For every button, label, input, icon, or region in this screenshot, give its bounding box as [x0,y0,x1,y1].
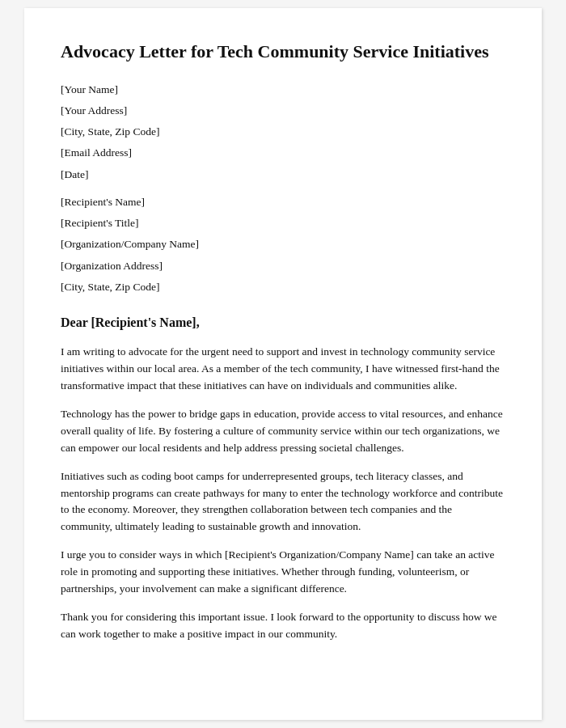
recipient-organization: [Organization/Company Name] [61,236,505,252]
recipient-name: [Recipient's Name] [61,194,505,210]
page-container: Advocacy Letter for Tech Community Servi… [0,0,566,728]
sender-name: [Your Name] [61,82,505,98]
sender-date: [Date] [61,167,505,183]
letter-paper: Advocacy Letter for Tech Community Servi… [24,8,542,720]
sender-address: [Your Address] [61,103,505,119]
sender-city-state-zip: [City, State, Zip Code] [61,124,505,140]
salutation: Dear [Recipient's Name], [61,313,505,332]
body-paragraph-3: Initiatives such as coding boot camps fo… [61,468,505,536]
sender-email: [Email Address] [61,145,505,161]
letter-title: Advocacy Letter for Tech Community Servi… [61,40,505,64]
recipient-address: [Organization Address] [61,258,505,274]
body-paragraph-4: I urge you to consider ways in which [Re… [61,547,505,598]
body-paragraph-1: I am writing to advocate for the urgent … [61,344,505,395]
body-paragraph-5: Thank you for considering this important… [61,609,505,643]
body-paragraph-2: Technology has the power to bridge gaps … [61,406,505,457]
recipient-title: [Recipient's Title] [61,215,505,231]
recipient-city-state-zip: [City, State, Zip Code] [61,279,505,295]
